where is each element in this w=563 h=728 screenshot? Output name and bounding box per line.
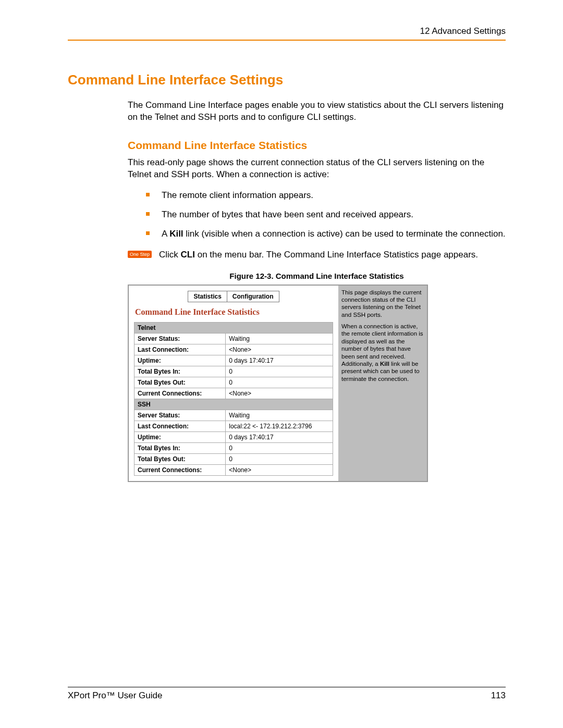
table-row: Total Bytes Out:0: [134, 453, 333, 464]
table-row: Total Bytes Out:0: [134, 377, 333, 388]
figure-main: StatisticsConfiguration Command Line Int…: [129, 286, 338, 481]
bullet-text: The remote client information appears.: [162, 190, 313, 200]
table-row: Uptime:0 days 17:40:17: [134, 431, 333, 442]
row-value: <None>: [226, 464, 333, 475]
table-row: Server Status:Waiting: [134, 333, 333, 344]
bullet-item: The number of bytes that have been sent …: [146, 209, 506, 221]
table-row: Last Connection:<None>: [134, 344, 333, 355]
table-row: Total Bytes In:0: [134, 442, 333, 453]
stats-table: Telnet Server Status:Waiting Last Connec…: [134, 322, 333, 476]
row-label: Total Bytes In:: [134, 442, 226, 453]
step-row: One Step Click CLI on the menu bar. The …: [128, 249, 506, 261]
page-title: Command Line Interface Settings: [68, 72, 506, 88]
section-title: Command Line Interface Statistics: [128, 139, 506, 152]
row-value: Waiting: [226, 410, 333, 421]
row-value: local:22 <- 172.19.212.2:3796: [226, 421, 333, 431]
step-text: Click CLI on the menu bar. The Command L…: [159, 249, 478, 261]
step-post: on the menu bar. The Command Line Interf…: [195, 250, 478, 260]
table-row: Current Connections:<None>: [134, 388, 333, 399]
chapter-label: 12 Advanced Settings: [420, 26, 506, 36]
row-value: 0 days 17:40:17: [226, 355, 333, 366]
row-label: Total Bytes In:: [134, 366, 226, 377]
telnet-heading: Telnet: [134, 322, 333, 333]
row-value: Waiting: [226, 333, 333, 344]
table-row: Current Connections:<None>: [134, 464, 333, 475]
table-row: Total Bytes In:0: [134, 366, 333, 377]
row-label: Current Connections:: [134, 388, 226, 399]
side-paragraph: When a connection is active, the remote …: [341, 323, 424, 382]
footer-left: XPort Pro™ User Guide: [68, 690, 162, 701]
bullet-item: A Kill link (visible when a connection i…: [146, 228, 506, 240]
row-label: Server Status:: [134, 410, 226, 421]
footer: XPort Pro™ User Guide 113: [68, 687, 506, 701]
ssh-header-row: SSH: [134, 399, 333, 410]
row-value: 0: [226, 442, 333, 453]
row-label: Uptime:: [134, 355, 226, 366]
bullet-text: The number of bytes that have been sent …: [162, 209, 413, 219]
row-value: 0: [226, 453, 333, 464]
top-rule: [68, 40, 506, 41]
section-paragraph: This read-only page shows the current co…: [128, 157, 506, 181]
tab-row: StatisticsConfiguration: [134, 291, 333, 302]
step-bold: CLI: [181, 250, 195, 260]
ssh-heading: SSH: [134, 399, 333, 410]
side-paragraph: This page displays the current connectio…: [341, 289, 424, 319]
chapter-header: 12 Advanced Settings: [68, 26, 506, 36]
row-label: Last Connection:: [134, 421, 226, 431]
row-value: 0 days 17:40:17: [226, 431, 333, 442]
row-value: <None>: [226, 344, 333, 355]
table-row: Server Status:Waiting: [134, 410, 333, 421]
step-pre: Click: [159, 250, 181, 260]
figure-caption: Figure 12-3. Command Line Interface Stat…: [128, 272, 506, 280]
tab-statistics[interactable]: Statistics: [188, 291, 227, 302]
row-label: Current Connections:: [134, 464, 226, 475]
row-value: <None>: [226, 388, 333, 399]
row-value: 0: [226, 377, 333, 388]
bullet-list: The remote client information appears. T…: [146, 190, 506, 240]
footer-rule: [68, 687, 506, 687]
row-label: Total Bytes Out:: [134, 453, 226, 464]
table-row: Uptime:0 days 17:40:17: [134, 355, 333, 366]
bullet-item: The remote client information appears.: [146, 190, 506, 202]
row-label: Server Status:: [134, 333, 226, 344]
tab-configuration[interactable]: Configuration: [227, 291, 279, 302]
footer-page-number: 113: [491, 690, 506, 701]
row-label: Last Connection:: [134, 344, 226, 355]
bullet-text: A: [162, 229, 169, 239]
intro-paragraph: The Command Line Interface pages enable …: [128, 100, 506, 124]
row-label: Uptime:: [134, 431, 226, 442]
telnet-header-row: Telnet: [134, 322, 333, 333]
panel-title: Command Line Interface Statistics: [135, 307, 333, 317]
row-label: Total Bytes Out:: [134, 377, 226, 388]
table-row: Last Connection:local:22 <- 172.19.212.2…: [134, 421, 333, 431]
figure-side: This page displays the current connectio…: [338, 286, 427, 481]
one-step-badge: One Step: [128, 251, 152, 258]
figure-box: StatisticsConfiguration Command Line Int…: [128, 285, 428, 482]
bullet-text: link (visible when a connection is activ…: [183, 229, 506, 239]
row-value: 0: [226, 366, 333, 377]
bullet-bold: Kill: [169, 229, 183, 239]
side-bold: Kill: [380, 361, 389, 367]
